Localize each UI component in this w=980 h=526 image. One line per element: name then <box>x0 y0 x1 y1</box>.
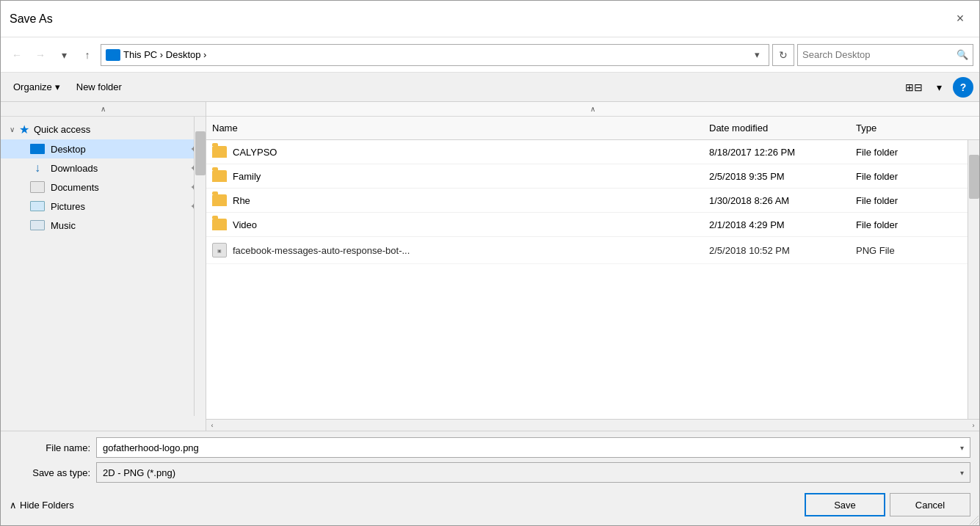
quick-access-star-icon: ★ <box>19 123 29 136</box>
sidebar-item-desktop-label: Desktop <box>51 144 86 155</box>
downloads-icon: ↓ <box>30 162 45 174</box>
hide-folders-chevron-icon: ∧ <box>10 500 17 511</box>
file-scroll-thumb[interactable] <box>969 155 979 199</box>
column-header-date[interactable]: Date modified <box>703 120 850 136</box>
folder-icon <box>212 219 227 230</box>
hide-folders-button[interactable]: ∧ Hide Folders <box>10 500 74 511</box>
filename-row: File name: gofatherhood-logo.png ▾ <box>10 437 970 458</box>
toolbar: Organize ▾ New folder ⊞⊟ ▾ ? <box>1 73 979 102</box>
nav-dropdown-button[interactable]: ▾ <box>54 45 74 65</box>
documents-icon <box>30 181 45 193</box>
file-name-calypso: CALYPSO <box>206 143 703 161</box>
table-row[interactable]: ▣ facebook-messages-auto-response-bot-..… <box>206 237 979 264</box>
back-button[interactable]: ← <box>7 45 27 65</box>
column-header-name[interactable]: Name <box>206 120 703 136</box>
sidebar-item-music[interactable]: Music <box>1 216 206 235</box>
help-button[interactable]: ? <box>953 77 973 98</box>
filetype-label: Save as type: <box>10 467 90 478</box>
filetype-dropdown-icon: ▾ <box>960 469 964 477</box>
view-button[interactable]: ⊞⊟ <box>903 77 925 98</box>
sidebar-scroll-up[interactable]: ∧ <box>1 102 206 117</box>
desktop-icon <box>30 143 45 155</box>
sidebar-up-icon: ∧ <box>101 105 106 113</box>
hide-folders-label: Hide Folders <box>20 500 74 511</box>
quick-access-label: Quick access <box>34 124 90 135</box>
file-list-content: CALYPSO 8/18/2017 12:26 PM File folder F… <box>206 140 979 419</box>
view-dropdown-icon: ▾ <box>937 81 942 93</box>
titlebar: Save As × <box>1 1 979 37</box>
navbar: ← → ▾ ↑ This PC › Desktop › ▾ ↻ 🔍 <box>1 37 979 73</box>
column-header-type[interactable]: Type <box>850 120 968 136</box>
file-name-video: Video <box>206 216 703 233</box>
horizontal-scrollbar[interactable]: ‹ › <box>206 419 979 431</box>
main-content: ∧ ∨ ★ Quick access Desktop ✦ ↓ <box>1 102 979 431</box>
address-bar[interactable]: This PC › Desktop › ▾ <box>101 44 769 66</box>
resize-handle[interactable] <box>968 514 979 525</box>
search-input[interactable] <box>802 49 954 60</box>
sidebar-item-pictures-label: Pictures <box>51 201 85 212</box>
file-date-facebook: 2/5/2018 10:52 PM <box>703 242 850 259</box>
up-button[interactable]: ↑ <box>77 45 98 65</box>
file-type-video: File folder <box>850 216 968 233</box>
file-area: ∧ Name Date modified Type CALYPSO 8/18/2… <box>206 102 979 431</box>
filetype-row: Save as type: 2D - PNG (*.png) ▾ <box>10 462 970 483</box>
hscroll-left-button[interactable]: ‹ <box>206 420 218 431</box>
file-list-header: Name Date modified Type <box>206 117 979 140</box>
sidebar-scroll-thumb[interactable] <box>195 131 206 175</box>
hscroll-track[interactable] <box>218 420 968 431</box>
bottom-section: File name: gofatherhood-logo.png ▾ Save … <box>1 431 979 525</box>
file-name-family: Family <box>206 167 703 185</box>
sidebar-scrollbar[interactable] <box>194 117 206 416</box>
save-button[interactable]: Save <box>805 493 885 516</box>
folder-icon <box>212 194 227 206</box>
search-bar[interactable]: 🔍 <box>797 44 973 66</box>
sidebar-item-documents[interactable]: Documents ✦ <box>1 178 206 197</box>
forward-button[interactable]: → <box>30 45 51 65</box>
file-date-rhe: 1/30/2018 8:26 AM <box>703 192 850 209</box>
quick-access-chevron-icon: ∨ <box>10 125 15 134</box>
svg-line-2 <box>976 522 979 525</box>
folder-icon <box>212 146 227 158</box>
file-type-rhe: File folder <box>850 192 968 209</box>
sidebar: ∧ ∨ ★ Quick access Desktop ✦ ↓ <box>1 102 206 431</box>
filetype-input[interactable]: 2D - PNG (*.png) ▾ <box>96 462 970 483</box>
filename-value: gofatherhood-logo.png <box>103 442 199 453</box>
refresh-button[interactable]: ↻ <box>772 44 794 66</box>
sidebar-item-music-label: Music <box>51 220 76 231</box>
file-scroll-up-button[interactable]: ∧ <box>206 102 979 117</box>
filename-label: File name: <box>10 442 90 453</box>
organize-arrow-icon: ▾ <box>55 81 60 92</box>
file-type-calypso: File folder <box>850 144 968 161</box>
close-button[interactable]: × <box>950 9 970 29</box>
sidebar-item-downloads[interactable]: ↓ Downloads ✦ <box>1 158 206 178</box>
new-folder-label: New folder <box>76 81 122 92</box>
sidebar-item-downloads-label: Downloads <box>51 163 98 174</box>
sidebar-quick-access-header[interactable]: ∨ ★ Quick access <box>1 117 206 139</box>
sidebar-item-pictures[interactable]: Pictures ✦ <box>1 197 206 216</box>
sidebar-content: ∨ ★ Quick access Desktop ✦ ↓ Downloads <box>1 117 206 431</box>
table-row[interactable]: CALYPSO 8/18/2017 12:26 PM File folder <box>206 140 979 164</box>
view-dropdown-button[interactable]: ▾ <box>928 77 950 98</box>
actions-row: ∧ Hide Folders Save Cancel <box>10 487 970 519</box>
save-as-dialog: Save As × ← → ▾ ↑ This PC › Desktop › ▾ … <box>0 0 980 526</box>
dialog-title: Save As <box>10 12 53 26</box>
sidebar-item-desktop[interactable]: Desktop ✦ <box>1 139 206 158</box>
cancel-button[interactable]: Cancel <box>890 493 970 516</box>
file-date-family: 2/5/2018 9:35 PM <box>703 168 850 185</box>
table-row[interactable]: Family 2/5/2018 9:35 PM File folder <box>206 164 979 189</box>
filename-input[interactable]: gofatherhood-logo.png ▾ <box>96 437 970 458</box>
table-row[interactable]: Rhe 1/30/2018 8:26 AM File folder <box>206 189 979 213</box>
address-pc-icon <box>106 49 120 61</box>
address-dropdown-button[interactable]: ▾ <box>749 45 764 65</box>
file-name-facebook: ▣ facebook-messages-auto-response-bot-..… <box>206 240 703 260</box>
new-folder-button[interactable]: New folder <box>70 77 128 98</box>
file-scrollbar[interactable] <box>968 140 979 419</box>
sidebar-item-documents-label: Documents <box>51 182 99 193</box>
table-row[interactable]: Video 2/1/2018 4:29 PM File folder <box>206 213 979 237</box>
music-icon <box>30 219 45 231</box>
hscroll-right-button[interactable]: › <box>968 420 979 431</box>
organize-button[interactable]: Organize ▾ <box>7 77 67 98</box>
filename-dropdown-icon: ▾ <box>960 444 964 452</box>
png-file-icon: ▣ <box>212 243 227 257</box>
pictures-icon <box>30 200 45 212</box>
